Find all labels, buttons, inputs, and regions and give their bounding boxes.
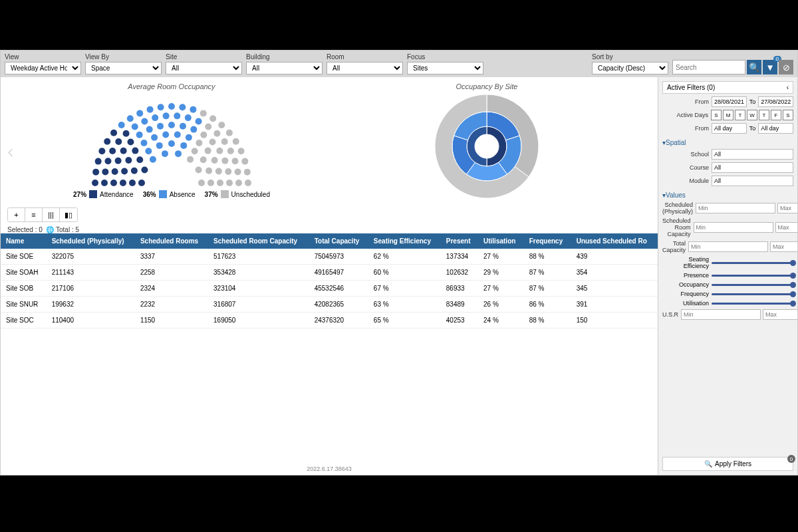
seat-eff-slider[interactable] bbox=[712, 262, 793, 264]
chevron-left-icon: ‹ bbox=[7, 141, 13, 162]
table-header[interactable]: Scheduled (Physically) bbox=[47, 233, 135, 249]
time-to-input[interactable] bbox=[758, 123, 793, 134]
bar-chart-icon: ▮▯ bbox=[65, 211, 72, 219]
svg-point-16 bbox=[125, 157, 132, 164]
table-header[interactable]: Scheduled Rooms bbox=[135, 233, 208, 249]
svg-point-5 bbox=[92, 180, 98, 186]
charts-panel: ‹ Average Room Occupancy 27%Attendance36… bbox=[1, 77, 658, 205]
add-button[interactable]: + bbox=[8, 208, 25, 221]
svg-point-0 bbox=[138, 180, 145, 186]
to-date-input[interactable] bbox=[758, 96, 793, 107]
svg-point-36 bbox=[151, 134, 158, 141]
sched-cap-min[interactable] bbox=[694, 222, 773, 233]
total-cap-min[interactable] bbox=[688, 241, 768, 252]
school-input[interactable] bbox=[712, 149, 793, 160]
svg-point-31 bbox=[132, 123, 138, 130]
table-row[interactable]: Site SOAH21114322583534284916549760 %102… bbox=[1, 265, 658, 281]
svg-point-28 bbox=[145, 148, 152, 154]
frequency-slider[interactable] bbox=[712, 293, 793, 295]
legend-item: 37%Unscheduled bbox=[205, 190, 270, 198]
view-select[interactable]: Weekday Active Hours bbox=[5, 62, 81, 74]
presence-slider[interactable] bbox=[712, 275, 793, 277]
sched-phys-max[interactable] bbox=[777, 203, 797, 213]
chart-view-button[interactable]: ▮▯ bbox=[60, 208, 77, 221]
table-row[interactable]: Site SOC11040011501690502437632065 %4025… bbox=[1, 313, 658, 329]
donut-chart bbox=[434, 93, 540, 200]
table-header[interactable]: Frequency bbox=[524, 233, 571, 249]
sort-select[interactable]: Capacity (Desc) bbox=[592, 62, 668, 74]
filter-button[interactable]: ▼0 bbox=[763, 60, 777, 74]
column-view-button[interactable]: ||| bbox=[43, 208, 60, 221]
svg-point-27 bbox=[150, 156, 156, 163]
svg-point-20 bbox=[136, 156, 143, 163]
day-button[interactable]: T bbox=[759, 110, 769, 120]
reset-button[interactable]: ⊘ bbox=[779, 60, 793, 74]
svg-point-61 bbox=[205, 123, 211, 130]
sched-cap-max[interactable] bbox=[775, 222, 797, 233]
svg-point-47 bbox=[168, 103, 175, 110]
svg-point-21 bbox=[115, 138, 122, 145]
svg-point-42 bbox=[158, 104, 164, 110]
table-row[interactable]: Site SOE32207533375176237504597362 %1373… bbox=[1, 249, 658, 265]
active-filters-header[interactable]: Active Filters (0)‹ bbox=[662, 81, 793, 94]
day-button[interactable]: S bbox=[783, 110, 793, 120]
cancel-icon: ⊘ bbox=[783, 63, 790, 72]
day-button[interactable]: W bbox=[747, 110, 757, 120]
svg-point-32 bbox=[127, 115, 134, 122]
table-row[interactable]: Site SOB21710623243231044553254667 %8693… bbox=[1, 281, 658, 297]
table-header[interactable]: Scheduled Room Capacity bbox=[208, 233, 309, 249]
search-button[interactable]: 🔍 bbox=[747, 60, 761, 74]
utilisation-slider[interactable] bbox=[712, 303, 793, 305]
svg-point-22 bbox=[110, 130, 117, 136]
table-row[interactable]: Site SNUR19963222323168074208236563 %834… bbox=[1, 297, 658, 313]
from-date-input[interactable] bbox=[712, 96, 747, 107]
svg-point-52 bbox=[175, 150, 182, 157]
svg-point-73 bbox=[216, 148, 223, 154]
apply-filters-button[interactable]: 🔍Apply Filters0 bbox=[662, 457, 793, 471]
svg-point-88 bbox=[207, 180, 214, 186]
time-from-input[interactable] bbox=[712, 123, 747, 134]
room-select[interactable]: All bbox=[327, 62, 403, 74]
day-button[interactable]: M bbox=[723, 110, 733, 120]
viewby-select[interactable]: Space bbox=[85, 62, 162, 74]
svg-point-55 bbox=[180, 142, 187, 149]
svg-point-84 bbox=[225, 168, 231, 175]
table-header[interactable]: Unused Scheduled Ro bbox=[571, 233, 658, 249]
total-cap-max[interactable] bbox=[770, 241, 797, 252]
parliament-chart bbox=[78, 93, 265, 186]
svg-point-18 bbox=[104, 138, 110, 145]
svg-point-1 bbox=[129, 180, 136, 186]
svg-point-41 bbox=[157, 123, 164, 130]
svg-point-38 bbox=[147, 106, 154, 113]
building-select[interactable]: All bbox=[246, 62, 323, 74]
module-input[interactable] bbox=[712, 176, 793, 186]
table-header[interactable]: Present bbox=[441, 233, 478, 249]
spatial-section[interactable]: ▾Spatial bbox=[662, 139, 793, 146]
usr-max[interactable] bbox=[763, 309, 797, 320]
status-bar: Selected : 0 🌐 Total : 5 bbox=[1, 226, 658, 233]
day-button[interactable]: F bbox=[771, 110, 781, 120]
focus-select[interactable]: Sites bbox=[407, 62, 483, 74]
svg-point-30 bbox=[136, 132, 143, 138]
usr-min[interactable] bbox=[681, 309, 761, 320]
values-section[interactable]: ▾Values bbox=[662, 192, 793, 199]
avg-chart-title: Average Room Occupancy bbox=[128, 82, 215, 90]
room-label: Room bbox=[327, 53, 403, 61]
search-input[interactable] bbox=[672, 60, 745, 74]
svg-point-85 bbox=[235, 168, 241, 175]
list-view-button[interactable]: ≡ bbox=[25, 208, 43, 221]
prev-chart-button[interactable]: ‹ bbox=[7, 141, 13, 162]
table-header[interactable]: Seating Efficiency bbox=[368, 233, 441, 249]
day-button[interactable]: T bbox=[735, 110, 745, 120]
table-header[interactable]: Name bbox=[1, 233, 47, 249]
svg-point-74 bbox=[233, 138, 239, 145]
day-button[interactable]: S bbox=[711, 110, 722, 120]
table-header[interactable]: Utilisation bbox=[478, 233, 524, 249]
course-input[interactable] bbox=[712, 162, 793, 173]
occupancy-slider[interactable] bbox=[712, 284, 793, 286]
site-select[interactable]: All bbox=[166, 62, 242, 74]
sched-phys-min[interactable] bbox=[696, 203, 775, 213]
viewby-label: View By bbox=[85, 53, 162, 61]
topbar: ViewWeekday Active Hours View BySpace Si… bbox=[1, 51, 797, 77]
table-header[interactable]: Total Capacity bbox=[309, 233, 368, 249]
